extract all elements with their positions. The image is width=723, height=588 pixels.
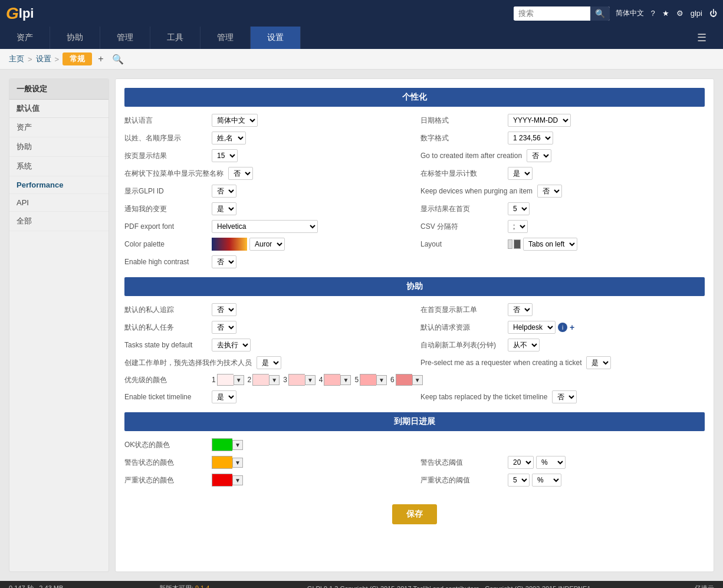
auto-refresh-row: 自动刷新工单列表(分钟) 从不 <box>420 339 705 352</box>
breadcrumb-home[interactable]: 主页 <box>9 54 24 64</box>
priority-6-color: ▼ <box>396 374 423 386</box>
sidebar-item-all[interactable]: 全部 <box>9 212 109 231</box>
notify-changes-select[interactable]: 是 <box>212 202 236 215</box>
show-new-ticket-select[interactable]: 否 <box>508 303 533 316</box>
sidebar-item-system[interactable]: 系统 <box>9 157 109 176</box>
layout-bar2 <box>514 239 521 249</box>
keep-devices-select[interactable]: 否 <box>537 185 562 198</box>
go-created-label: Go to created item after creation <box>420 152 522 160</box>
priority-4-arrow[interactable]: ▼ <box>340 375 351 385</box>
nav-help[interactable]: 协助 <box>50 27 100 49</box>
sidebar-item-assets[interactable]: 资产 <box>9 118 109 137</box>
critical-threshold-select[interactable]: 5 <box>508 474 530 487</box>
default-lang-select[interactable]: 简体中文 <box>212 114 258 127</box>
hamburger-menu[interactable]: ☰ <box>681 27 723 49</box>
number-format-row: 数字格式 1 234,56 <box>420 132 705 144</box>
user-label[interactable]: glpi <box>691 9 702 18</box>
csv-separator-select[interactable]: ; <box>508 220 528 233</box>
high-contrast-select[interactable]: 否 <box>212 255 236 268</box>
layout-icon <box>508 239 521 249</box>
settings-gear-icon[interactable]: ⚙ <box>676 9 683 18</box>
default-lang-control: 简体中文 <box>212 114 258 127</box>
save-button[interactable]: 保存 <box>392 504 437 524</box>
bottombar: 0.147 秒 - 2.43 MB 新版本可用: 9.1.4. GLPI 9.1… <box>0 581 723 588</box>
layout-control: Tabs on left <box>508 238 577 251</box>
pagination-select[interactable]: 15 <box>212 149 238 162</box>
add-icon-btn[interactable]: + <box>96 54 106 64</box>
critical-color-arrow[interactable]: ▼ <box>232 475 243 485</box>
ok-color-arrow[interactable]: ▼ <box>232 440 243 450</box>
sidebar-item-help[interactable]: 协助 <box>9 137 109 157</box>
pagination-label: 按页显示结果 <box>124 151 207 161</box>
language-label[interactable]: 简体中文 <box>616 8 644 18</box>
name-order-row: 以姓、名顺序显示 姓,名 <box>124 132 409 144</box>
sidebar-defaults-section: 默认值 <box>9 100 109 118</box>
show-count-control: 是 <box>508 167 533 180</box>
create-ticket-tech-select[interactable]: 是 <box>257 356 281 369</box>
layout-select[interactable]: Tabs on left <box>523 238 577 251</box>
favorites-icon[interactable]: ★ <box>662 9 669 18</box>
warning-threshold-select[interactable]: 20 <box>508 456 534 469</box>
show-fullname-select[interactable]: 否 <box>228 167 253 180</box>
search-button[interactable]: 🔍 <box>590 6 610 21</box>
breadcrumb-sep1: > <box>28 55 32 64</box>
search-icon-btn[interactable]: 🔍 <box>110 54 126 65</box>
keep-devices-label: Keep devices when purging an item <box>420 187 533 195</box>
nav-tools[interactable]: 工具 <box>150 27 201 49</box>
request-source-select[interactable]: Helpdesk <box>508 321 556 334</box>
sidebar-item-api[interactable]: API <box>9 194 109 212</box>
version-link[interactable]: 9.1.4. <box>195 584 212 588</box>
results-homepage-control: 5 <box>508 202 530 215</box>
show-count-select[interactable]: 是 <box>508 167 533 180</box>
pdf-font-select[interactable]: Helvetica <box>212 220 318 233</box>
request-source-info-icon[interactable]: i <box>558 323 567 332</box>
enable-timeline-select[interactable]: 是 <box>212 390 236 403</box>
warning-threshold-unit-select[interactable]: % <box>536 456 566 469</box>
priority-1-arrow[interactable]: ▼ <box>234 375 244 385</box>
nav-manage[interactable]: 管理 <box>100 27 150 49</box>
preselect-requester-select[interactable]: 是 <box>586 356 611 369</box>
warning-color-swatch-btn: ▼ <box>212 456 243 469</box>
search-input[interactable] <box>514 6 590 20</box>
color-palette-select[interactable]: Auror <box>249 238 285 251</box>
private-task-select[interactable]: 否 <box>212 321 236 334</box>
show-glpiid-select[interactable]: 否 <box>212 185 236 198</box>
priority-1-color: ▼ <box>217 374 244 386</box>
sidebar-item-performance[interactable]: Performance <box>9 176 109 194</box>
nav-admin[interactable]: 管理 <box>201 27 251 49</box>
request-source-add-icon[interactable]: + <box>570 323 574 332</box>
personalization-header: 个性化 <box>124 88 705 107</box>
tasks-state-select[interactable]: 去执行 <box>212 339 251 352</box>
tasks-state-label: Tasks state by default <box>124 341 207 349</box>
go-created-select[interactable]: 否 <box>527 149 551 162</box>
priority-3-arrow[interactable]: ▼ <box>305 375 316 385</box>
help-icon[interactable]: ? <box>651 9 655 18</box>
private-followup-select[interactable]: 否 <box>212 303 236 316</box>
warning-color-arrow[interactable]: ▼ <box>232 458 243 468</box>
name-order-select[interactable]: 姓,名 <box>212 132 246 144</box>
results-homepage-select[interactable]: 5 <box>508 202 530 215</box>
request-source-row: 默认的请求资源 Helpdesk i + <box>420 321 705 334</box>
auto-refresh-control: 从不 <box>508 339 540 352</box>
number-format-select[interactable]: 1 234,56 <box>508 132 553 144</box>
date-format-select[interactable]: YYYY-MM-DD <box>508 114 571 127</box>
private-followup-row: 默认的私人追踪 否 <box>124 303 409 316</box>
auto-refresh-select[interactable]: 从不 <box>508 339 540 352</box>
sidebar: 一般设定 默认值 资产 协助 系统 Performance API 全部 <box>9 78 109 572</box>
critical-threshold-unit-select[interactable]: % <box>532 474 561 487</box>
priority-6-arrow[interactable]: ▼ <box>412 375 423 385</box>
breadcrumb-settings[interactable]: 设置 <box>36 54 51 64</box>
notify-changes-row: 通知我的变更 是 <box>124 202 409 215</box>
topbar-icons: 简体中文 ? ★ ⚙ glpi ⏻ <box>616 8 717 18</box>
keep-tabs-select[interactable]: 否 <box>552 390 577 403</box>
tasks-state-control: 去执行 <box>212 339 251 352</box>
priority-2-arrow[interactable]: ▼ <box>269 375 280 385</box>
nav-settings[interactable]: 设置 <box>251 27 301 49</box>
power-icon[interactable]: ⏻ <box>709 9 717 18</box>
nav-assets[interactable]: 资产 <box>0 27 50 49</box>
csv-separator-control: ; <box>508 220 528 233</box>
warning-color-control: ▼ <box>212 456 243 469</box>
tasks-state-row: Tasks state by default 去执行 <box>124 339 409 352</box>
critical-threshold-label: 严重状态的阈值 <box>420 475 503 485</box>
priority-5-arrow[interactable]: ▼ <box>376 375 387 385</box>
